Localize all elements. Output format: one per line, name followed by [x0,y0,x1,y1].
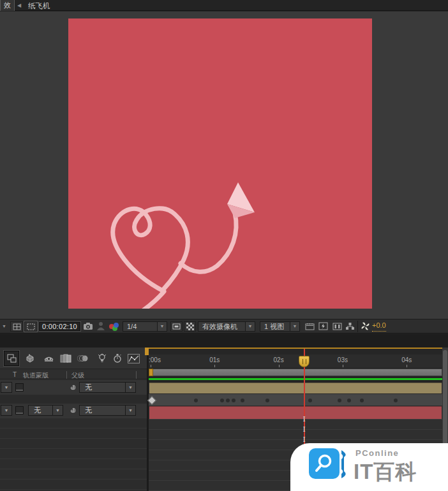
ruler-tick-mark [214,365,215,367]
column-parent-label[interactable]: 父级 [71,371,84,380]
grid-guides-icon [13,323,21,330]
layer2-track-matte-dropdown[interactable]: 无 ▼ [28,405,63,416]
comp-mini-flowchart-button[interactable] [4,351,19,366]
grid-guides-button[interactable] [10,321,23,332]
safe-margins-button[interactable] [305,321,316,332]
layer1-parent-dropdown[interactable]: 无 ▼ [79,382,136,393]
show-channel-button[interactable] [108,321,120,330]
checkerboard-icon [186,323,194,330]
fast-previews-button[interactable] [361,321,371,332]
column-t-label[interactable]: T [13,371,17,378]
toolbar-divider [357,321,358,332]
ruler-tick-label: 02s [274,356,284,363]
keyframe-dot[interactable] [241,399,244,402]
magnifying-glass-icon [313,453,335,474]
magnification-value: 1/4 [123,323,157,330]
composition-canvas[interactable] [68,18,372,309]
shy-layers-button[interactable] [41,351,56,366]
motion-blur-icon [77,354,89,363]
motion-blur-button[interactable] [75,351,91,366]
timeline-left-empty-area [0,418,147,491]
tab-composition-name[interactable]: 纸飞机 [28,1,50,11]
keyframe-dot[interactable] [232,399,235,402]
keyframe-dot[interactable] [360,399,364,402]
fan-icon [361,321,370,331]
work-area-bar[interactable] [149,369,442,376]
current-time-indicator[interactable] [299,356,310,367]
layer1-expand-button[interactable]: ▼ [1,382,12,393]
keyframe-track[interactable] [149,393,442,406]
keyframe-dot[interactable] [220,399,224,402]
watermark-brand: PConline [355,448,399,458]
ruler-tick-label: 01s [209,356,220,363]
work-area-start-handle[interactable] [149,369,153,376]
keyframe-dot[interactable] [394,399,398,402]
ruler-tick-mark [343,365,343,367]
view-layout-dropdown[interactable]: 1 视图 ▼ [260,321,300,332]
layer-row-2-controls: ▼ 无 ▼ 无 ▼ [0,404,147,418]
layer1-toggle-checkbox[interactable] [15,383,24,392]
layer-row-1-controls: ▼ 无 ▼ [0,381,147,395]
current-time-field[interactable]: 0:00:02:10 [38,321,81,332]
ruler-tick-label: 03s [338,356,348,363]
shy-guy-icon [43,354,54,363]
panel-tab-bar: 效 ◀ 纸飞机 [0,0,448,11]
scrollbar-thumb[interactable] [443,350,447,446]
keyframe-dot[interactable] [338,399,341,402]
target-region-button[interactable] [170,321,183,332]
comp-mini-flowchart-icon [6,353,17,363]
keyframe-dot[interactable] [347,399,351,402]
time-ruler[interactable]: :00s01s02s03s04s [149,355,442,369]
magnification-dropdown[interactable]: 1/4 ▼ [123,321,167,332]
brainstorm-button[interactable] [94,351,110,366]
timeline-columns-button[interactable] [332,321,343,332]
column-separator[interactable] [66,371,67,379]
chevron-down-icon: ▼ [52,406,63,415]
watermark-title: IT百科 [354,458,417,487]
ruler-tick-mark [407,365,407,367]
flowchart-button[interactable] [345,321,356,332]
exposure-reset-button[interactable] [318,321,329,332]
show-snapshot-button[interactable] [96,321,107,332]
layer2-pickwhip-icon[interactable] [69,406,77,414]
keyframe-dot[interactable] [226,399,230,402]
transparency-grid-button[interactable] [184,321,196,332]
exposure-value[interactable]: +0.0 [372,321,386,332]
chevron-down-icon: ▼ [125,383,135,392]
camera-select-dropdown[interactable]: 有效摄像机 ▼ [198,321,255,332]
tab-scroll-arrow-icon[interactable]: ◀ [17,3,21,8]
blue-channel-icon [114,323,119,328]
keyframe-dot[interactable] [194,399,198,402]
chevron-down-icon: ▼ [245,322,255,331]
keyframe-dot[interactable] [265,399,269,402]
region-of-interest-button[interactable] [24,321,37,332]
chevron-down-icon: ▼ [157,322,167,331]
after-effects-window: 效 ◀ 纸飞机 ▼ [0,0,448,491]
layer2-toggle-checkbox[interactable] [15,406,24,414]
keyframe-diamond[interactable] [147,396,156,405]
timeline-toolbar [0,349,147,369]
draft-3d-cube-icon [24,353,35,363]
layer2-expand-button[interactable]: ▼ [1,405,12,416]
draft-3d-button[interactable] [22,351,37,366]
layer1-duration-bar[interactable] [149,383,442,393]
chevron-down-icon: ▼ [125,406,135,415]
layer1-pickwhip-icon[interactable] [69,383,77,392]
layer2-duration-bar[interactable] [149,406,442,419]
panel-menu-icon[interactable]: ▼ [2,324,6,334]
graph-editor-button[interactable] [126,351,141,366]
timeline-left-pane: T 轨道蒙版 父级 ▼ 无 ▼ ▼ [0,348,147,491]
column-separator[interactable] [136,371,137,379]
snapshot-button[interactable] [83,321,94,332]
layer2-parent-dropdown[interactable]: 无 ▼ [79,405,136,416]
keyframe-dot[interactable] [308,399,312,402]
tab-effects-fragment[interactable]: 效 [0,0,15,11]
auto-keyframe-button[interactable] [110,351,125,366]
ruler-tick-label: 04s [401,356,412,363]
exposure-lightning-icon [318,322,328,330]
playhead-ibeam-mark: I [303,426,306,433]
ruler-tick-label: :00s [149,356,161,363]
frame-blending-button[interactable] [58,351,73,366]
panel-gap [0,334,448,348]
column-track-matte-label[interactable]: 轨道蒙版 [23,371,49,380]
